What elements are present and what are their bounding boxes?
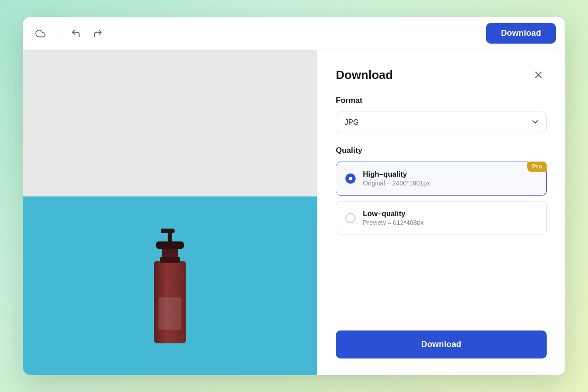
low-quality-name: Low–quality: [363, 210, 424, 218]
high-quality-name: High–quality: [363, 170, 430, 179]
redo-icon[interactable]: [90, 25, 106, 42]
header-download-button[interactable]: Download: [486, 23, 556, 44]
format-select-wrapper[interactable]: JPG PNG SVG PDF: [336, 112, 547, 133]
bottle-illustration: [124, 206, 216, 353]
canvas-area: [23, 50, 317, 375]
panel-title: Download: [336, 68, 393, 82]
panel-download-button[interactable]: Download: [336, 330, 547, 358]
low-quality-radio: [345, 213, 356, 223]
quality-section-label: Quality: [336, 146, 547, 155]
low-quality-info: Low–quality Preview – 612*408px: [363, 210, 424, 226]
svg-rect-4: [160, 257, 180, 263]
format-select[interactable]: JPG PNG SVG PDF: [336, 112, 547, 133]
download-panel: Download Format JPG PNG SVG PDF: [317, 50, 565, 375]
high-quality-option[interactable]: High–quality Original – 2400*1601px Pro: [336, 162, 547, 196]
canvas-bottom: [23, 196, 317, 375]
pro-badge: Pro: [527, 162, 547, 172]
high-quality-radio: [345, 174, 356, 184]
close-button[interactable]: [530, 67, 547, 83]
quality-options: High–quality Original – 2400*1601px Pro …: [336, 162, 547, 235]
svg-rect-2: [158, 297, 181, 330]
toolbar-left: [32, 25, 486, 42]
app-window: Download: [23, 17, 565, 375]
format-section-label: Format: [336, 96, 547, 105]
cloud-icon[interactable]: [32, 25, 49, 42]
toolbar-divider: [58, 28, 58, 39]
main-area: Download Format JPG PNG SVG PDF: [23, 50, 565, 375]
panel-header: Download: [336, 67, 547, 83]
high-quality-desc: Original – 2400*1601px: [363, 179, 430, 187]
undo-icon[interactable]: [68, 25, 84, 42]
svg-rect-7: [161, 229, 175, 233]
toolbar: Download: [23, 17, 565, 50]
canvas-top: [23, 50, 317, 196]
radio-inner-dot: [349, 177, 352, 180]
high-quality-info: High–quality Original – 2400*1601px: [363, 170, 430, 187]
low-quality-option[interactable]: Low–quality Preview – 612*408px: [336, 201, 547, 235]
low-quality-desc: Preview – 612*408px: [363, 219, 424, 226]
